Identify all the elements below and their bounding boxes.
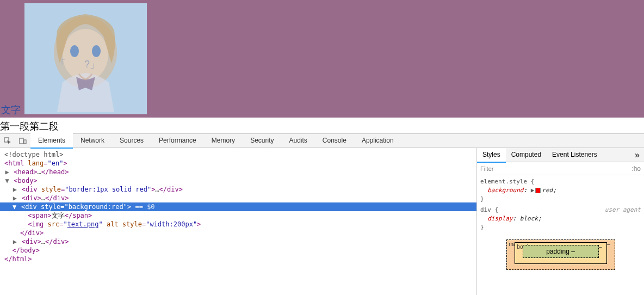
hover-toggle[interactable]: :ho xyxy=(631,165,641,173)
side-tabbar: StylesComputedEvent Listeners » xyxy=(477,148,644,162)
elements-tree[interactable]: <!doctype html> <html lang="en"> ▶ <head… xyxy=(0,148,476,295)
image-placeholder: 「 ?」 xyxy=(24,3,147,114)
tab-elements[interactable]: Elements xyxy=(30,133,73,149)
expand-icon[interactable]: ▶ xyxy=(12,237,17,246)
selected-dom-node[interactable]: ▼ <div style="background:red"> == $0 xyxy=(0,202,476,211)
purple-container: 「 ?」 文字 xyxy=(0,0,644,118)
devtools-tabbar: ElementsNetworkSourcesPerformanceMemoryS… xyxy=(0,134,644,148)
expand-icon[interactable]: ▶ xyxy=(12,185,17,194)
tab-security[interactable]: Security xyxy=(243,133,281,149)
tab-network[interactable]: Network xyxy=(73,133,112,149)
collapse-icon[interactable]: ▼ xyxy=(4,176,10,185)
tab-performance[interactable]: Performance xyxy=(151,133,204,149)
anime-illustration: 「 ?」 xyxy=(24,3,147,114)
svg-rect-8 xyxy=(20,138,23,144)
paragraph-text: 第一段第二段 xyxy=(0,118,644,133)
expand-icon[interactable]: ▶ xyxy=(12,194,17,202)
tab-memory[interactable]: Memory xyxy=(204,133,243,149)
text-label: 文字 xyxy=(1,103,21,116)
expand-icon[interactable]: ▶ xyxy=(4,168,10,176)
filter-row: :ho xyxy=(477,162,644,175)
inspect-icon[interactable] xyxy=(3,137,12,145)
svg-text:「: 「 xyxy=(56,59,66,70)
tab-application[interactable]: Application xyxy=(354,133,401,149)
more-icon[interactable]: » xyxy=(630,150,644,160)
style-rules[interactable]: element.style { background: ▶red; } div … xyxy=(477,175,644,234)
styles-sidebar: StylesComputedEvent Listeners » :ho elem… xyxy=(476,148,644,295)
device-icon[interactable] xyxy=(18,137,27,145)
rendered-page: 「 ?」 文字 第一段第二段 xyxy=(0,0,644,133)
dom-html-open[interactable]: <html lang="en"> xyxy=(4,159,67,167)
side-tab-computed[interactable]: Computed xyxy=(506,148,547,163)
tab-sources[interactable]: Sources xyxy=(112,133,151,149)
svg-point-3 xyxy=(70,45,79,57)
svg-rect-9 xyxy=(24,140,26,144)
svg-point-4 xyxy=(92,45,101,57)
filter-input[interactable] xyxy=(480,165,546,172)
side-tab-event-listeners[interactable]: Event Listeners xyxy=(547,148,603,163)
box-model: margin– border– padding – xyxy=(506,239,615,270)
color-swatch[interactable] xyxy=(535,188,541,193)
dom-doctype[interactable]: <!doctype html> xyxy=(4,150,476,159)
svg-text:?」: ?」 xyxy=(84,59,100,70)
side-tab-styles[interactable]: Styles xyxy=(477,148,506,163)
tab-audits[interactable]: Audits xyxy=(281,133,314,149)
tab-console[interactable]: Console xyxy=(315,133,354,149)
devtools-panel: ElementsNetworkSourcesPerformanceMemoryS… xyxy=(0,133,644,295)
